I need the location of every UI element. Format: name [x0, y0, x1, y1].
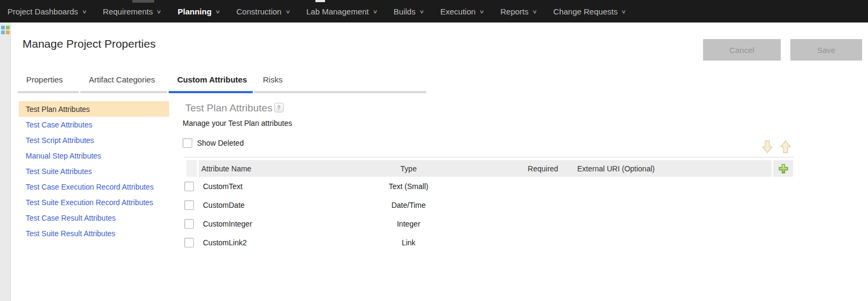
chevron-down-icon: ∨	[532, 9, 538, 14]
attribute-name-cell: CustomInteger	[199, 220, 357, 228]
chevron-down-icon: ∨	[372, 9, 378, 14]
move-up-icon[interactable]	[780, 139, 791, 154]
section-heading: Test Plan Attributes ?	[185, 102, 284, 114]
quad-square	[1, 26, 5, 29]
column-header-required[interactable]: Required	[514, 160, 572, 177]
select-all-column-header	[186, 160, 197, 177]
nav-menu-reports[interactable]: Reports ∨	[500, 7, 537, 16]
nav-menu-label: Change Requests	[553, 7, 617, 16]
quad-square	[1, 31, 5, 34]
nav-menu-planning[interactable]: Planning ∨	[178, 7, 220, 16]
attribute-type-cell: Text (Small)	[357, 182, 514, 191]
nav-menu-project-dashboards[interactable]: Project Dashboards ∨	[7, 7, 86, 16]
table-divider	[184, 157, 794, 157]
sidebar-item-test-suite-result-attributes[interactable]: Test Suite Result Attributes	[19, 225, 169, 241]
sidebar-item-test-plan-attributes[interactable]: Test Plan Attributes	[19, 101, 169, 117]
nav-menu-label: Reports	[500, 7, 529, 16]
column-header-attribute-name[interactable]: Attribute Name	[199, 160, 357, 177]
sidebar-item-test-case-execution-record-attributes[interactable]: Test Case Execution Record Attributes	[19, 179, 169, 194]
browser-artifact	[315, 0, 325, 2]
show-deleted-control: Show Deleted	[183, 138, 244, 148]
nav-menu-label: Requirements	[103, 7, 153, 16]
sidebar-item-test-case-result-attributes[interactable]: Test Case Result Attributes	[19, 210, 169, 225]
save-button[interactable]: Save	[790, 39, 862, 61]
quad-square	[6, 26, 10, 29]
chevron-down-icon: ∨	[156, 9, 162, 14]
show-deleted-label: Show Deleted	[197, 139, 244, 147]
page-title: Manage Project Properties	[22, 37, 156, 50]
row-checkbox[interactable]	[184, 200, 194, 210]
chevron-down-icon: ∨	[285, 9, 290, 14]
nav-menu-builds[interactable]: Builds ∨	[394, 7, 424, 16]
attribute-name-cell: CustomText	[199, 182, 357, 191]
row-checkbox[interactable]	[184, 219, 194, 229]
nav-menu-construction[interactable]: Construction ∨	[236, 7, 290, 16]
help-icon[interactable]: ?	[274, 103, 284, 112]
nav-menu-change-requests[interactable]: Change Requests ∨	[553, 7, 625, 16]
nav-menu-requirements[interactable]: Requirements ∨	[103, 7, 161, 16]
tab-custom-attributes[interactable]: Custom Attributes	[169, 71, 253, 93]
nav-menu-label: Execution	[440, 7, 475, 16]
attribute-type-cell: Date/Time	[357, 201, 514, 209]
tab-artifact-categories[interactable]: Artifact Categories	[80, 71, 167, 93]
table-row: CustomText Text (Small)	[184, 177, 794, 195]
section-heading-text: Test Plan Attributes	[185, 102, 273, 114]
attribute-type-cell: Link	[357, 238, 514, 247]
nav-menu-label: Lab Management	[306, 7, 369, 16]
chevron-down-icon: ∨	[215, 9, 221, 14]
browser-artifact	[132, 0, 154, 3]
section-subtitle: Manage your Test Plan attributes	[183, 119, 292, 127]
table-row: CustomDate Date/Time	[184, 195, 794, 214]
add-attribute-plus-icon[interactable]	[778, 163, 789, 174]
nav-menu-label: Construction	[236, 7, 281, 16]
chevron-down-icon: ∨	[621, 9, 627, 14]
add-attribute-cell	[773, 160, 793, 177]
move-down-icon[interactable]	[761, 139, 773, 154]
sidebar-item-manual-step-attributes[interactable]: Manual Step Attributes	[19, 148, 169, 163]
quad-square	[6, 31, 10, 34]
attribute-category-list: Test Plan Attributes Test Case Attribute…	[19, 101, 169, 241]
sidebar-item-test-suite-attributes[interactable]: Test Suite Attributes	[19, 163, 169, 179]
nav-menu-execution[interactable]: Execution ∨	[440, 7, 484, 16]
column-header-external-uri[interactable]: External URI (Optional)	[572, 160, 772, 177]
attribute-name-cell: CustomLink2	[199, 238, 357, 247]
sidebar-item-test-script-attributes[interactable]: Test Script Attributes	[19, 132, 169, 148]
attribute-name-cell: CustomDate	[199, 201, 357, 209]
row-checkbox[interactable]	[184, 238, 194, 247]
chevron-down-icon: ∨	[479, 9, 485, 14]
nav-menu-label: Project Dashboards	[7, 7, 78, 16]
chevron-down-icon: ∨	[81, 9, 87, 14]
chevron-down-icon: ∨	[419, 9, 425, 14]
sidebar-item-test-case-attributes[interactable]: Test Case Attributes	[19, 117, 169, 132]
column-header-type[interactable]: Type	[357, 160, 514, 177]
nav-menu-lab-management[interactable]: Lab Management ∨	[306, 7, 377, 16]
tab-properties[interactable]: Properties	[18, 71, 79, 93]
nav-menu-label: Planning	[178, 7, 212, 16]
show-deleted-checkbox[interactable]	[183, 138, 192, 148]
tab-bar: Properties Artifact Categories Custom At…	[18, 71, 426, 93]
table-row: CustomInteger Integer	[184, 214, 794, 233]
table-row: CustomLink2 Link	[184, 233, 794, 252]
table-header-row: Attribute Name Type Required External UR…	[184, 160, 794, 177]
collapsed-sidebar-rail[interactable]	[0, 22, 11, 301]
top-menubar: Project Dashboards ∨ Requirements ∨ Plan…	[0, 0, 868, 22]
mini-dashboard-icon[interactable]	[1, 26, 10, 34]
attribute-type-cell: Integer	[357, 220, 514, 228]
sidebar-item-test-suite-execution-record-attributes[interactable]: Test Suite Execution Record Attributes	[19, 194, 169, 210]
cancel-button[interactable]: Cancel	[703, 39, 781, 61]
attributes-table: Attribute Name Type Required External UR…	[184, 157, 794, 252]
tab-risks[interactable]: Risks	[254, 71, 426, 93]
nav-menu-label: Builds	[394, 7, 416, 16]
reorder-controls	[761, 139, 791, 154]
row-checkbox[interactable]	[184, 182, 194, 191]
